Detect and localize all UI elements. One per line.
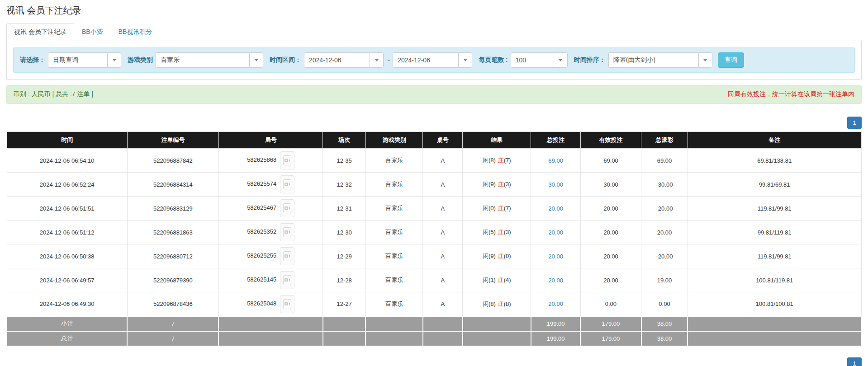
session-cell: 12-32: [323, 173, 365, 197]
page-1-button-bottom[interactable]: 1: [847, 357, 862, 366]
bet-id-cell: 522096878436: [127, 292, 218, 316]
result-banker-score: (3): [504, 181, 511, 188]
table-no-cell: A: [423, 149, 463, 173]
result-banker-label: 庄: [498, 157, 504, 164]
result-player-label: 闲: [483, 277, 489, 283]
valid-bet-cell: 20.00: [580, 221, 641, 244]
payout-cell: -20.00: [641, 244, 688, 268]
round-id-cell: 582625255: [218, 244, 323, 268]
header-table-no: 桌号: [423, 132, 463, 149]
payout-cell: -20.00: [641, 197, 688, 221]
result-player-label: 闲: [483, 181, 489, 188]
date-type-caret-button[interactable]: [107, 52, 121, 68]
payout-cell: 69.00: [641, 149, 688, 173]
chevron-down-icon: [375, 59, 379, 61]
result-player-score: (8): [489, 300, 496, 307]
session-cell: 12-28: [323, 268, 365, 292]
result-cell: 闲(8)庄(8): [463, 292, 531, 316]
header-payout: 总派彩: [641, 132, 688, 149]
total-bet-link[interactable]: 30.00: [548, 181, 563, 188]
table-row: 2024-12-06 06:50:38 522096880712 5826252…: [7, 244, 861, 268]
round-id-value: 582625352: [247, 228, 276, 235]
total-bet-cell: 20.00: [531, 221, 581, 244]
game-type-cell: 百家乐: [365, 268, 423, 292]
session-cell: 12-29: [323, 244, 365, 268]
video-replay-button[interactable]: [280, 247, 294, 265]
video-replay-button[interactable]: [280, 295, 294, 313]
time-cell: 2024-12-06 06:51:51: [7, 197, 127, 221]
result-player-label: 闲: [483, 229, 489, 235]
video-icon: [283, 251, 291, 261]
sort-order-input[interactable]: [608, 52, 698, 68]
result-cell: 闲(9)庄(3): [463, 173, 531, 197]
sort-order-caret-button[interactable]: [698, 52, 712, 68]
video-replay-button[interactable]: [280, 271, 294, 289]
total-bet-cell: 20.00: [531, 292, 581, 316]
round-id-cell: 582625574: [218, 173, 323, 197]
page-1-button[interactable]: 1: [847, 117, 862, 129]
table-body: 2024-12-06 06:54:10 522096887842 5826258…: [7, 149, 861, 316]
total-valid-bet: 179.00: [580, 331, 641, 346]
payout-cell: 0.00: [641, 292, 688, 316]
subtotal-valid-bet: 179.00: [580, 316, 641, 331]
valid-bet-cell: 20.00: [580, 244, 641, 268]
round-id-value: 582625145: [247, 276, 276, 283]
video-replay-button[interactable]: [280, 151, 294, 169]
video-replay-button[interactable]: [280, 175, 294, 193]
header-bet-id: 注单编号: [127, 132, 218, 149]
total-bet-link[interactable]: 69.00: [548, 157, 563, 164]
round-id-value: 582625868: [247, 156, 276, 163]
game-type-cell: 百家乐: [365, 197, 423, 221]
time-cell: 2024-12-06 06:51:12: [7, 221, 127, 244]
date-to-caret-button[interactable]: [458, 52, 472, 68]
total-bet-link[interactable]: 20.00: [548, 205, 563, 212]
note-cell: 119.81/99.81: [688, 244, 861, 268]
video-replay-button[interactable]: [280, 223, 294, 241]
video-replay-button[interactable]: [280, 199, 294, 217]
game-type-label: 游戏类别: [128, 56, 153, 64]
round-id-cell: 582625868: [218, 149, 323, 173]
result-player-score: (8): [489, 157, 496, 164]
table-row: 2024-12-06 06:49:57 522096879390 5826251…: [7, 268, 861, 292]
tab-bb-tips[interactable]: BB小费: [74, 23, 111, 41]
table-row: 2024-12-06 06:49:30 522096878436 5826250…: [7, 292, 861, 316]
game-type-input[interactable]: [156, 52, 249, 68]
session-cell: 12-31: [323, 197, 365, 221]
result-cell: 闲(1)庄(4): [463, 268, 531, 292]
note-cell: 99.81/119.81: [688, 221, 861, 244]
game-type-caret-button[interactable]: [249, 52, 263, 68]
date-from-caret-button[interactable]: [370, 52, 384, 68]
total-bet-link[interactable]: 20.00: [548, 300, 563, 307]
table-row: 2024-12-06 06:51:51 522096883129 5826254…: [7, 197, 861, 221]
result-cell: 闲(5)庄(3): [463, 221, 531, 244]
total-bet-link[interactable]: 20.00: [548, 229, 563, 236]
page-size-caret-button[interactable]: [554, 52, 568, 68]
result-cell: 闲(9)庄(0): [463, 244, 531, 268]
round-id-value: 582625467: [247, 204, 276, 211]
bet-id-cell: 522096884314: [127, 173, 218, 197]
bet-id-cell: 522096879390: [127, 268, 218, 292]
combo-date-from: [304, 52, 384, 68]
table-row: 2024-12-06 06:54:10 522096887842 5826258…: [7, 149, 861, 173]
combo-game-type: [156, 52, 263, 68]
session-cell: 12-27: [323, 292, 365, 316]
date-from-input[interactable]: [304, 52, 370, 68]
sort-order-label: 时间排序：: [574, 56, 606, 64]
total-bet-link[interactable]: 20.00: [548, 253, 563, 260]
tab-video-bet-records[interactable]: 视讯 会员下注纪录: [6, 23, 74, 41]
result-banker-label: 庄: [498, 277, 504, 283]
query-button[interactable]: 查询: [718, 52, 744, 68]
video-icon: [283, 275, 291, 285]
total-row: 总计 7 199.00 179.00 38.00: [7, 331, 861, 346]
date-to-input[interactable]: [393, 52, 458, 68]
total-bet-link[interactable]: 20.00: [548, 277, 563, 284]
page-size-label: 每页笔数 :: [479, 56, 508, 64]
video-icon: [283, 299, 291, 309]
total-bet-cell: 30.00: [531, 173, 581, 197]
tab-bb-video-points[interactable]: BB视讯积分: [111, 23, 160, 41]
page-size-input[interactable]: [511, 52, 554, 68]
chevron-down-icon: [255, 59, 258, 61]
table-header-row: 时间 注单编号 局号 场次 游戏类别 桌号 结果 总投注 有效投注 总派彩 备注: [7, 132, 861, 149]
chevron-down-icon: [113, 59, 116, 61]
date-type-input[interactable]: [48, 52, 107, 68]
